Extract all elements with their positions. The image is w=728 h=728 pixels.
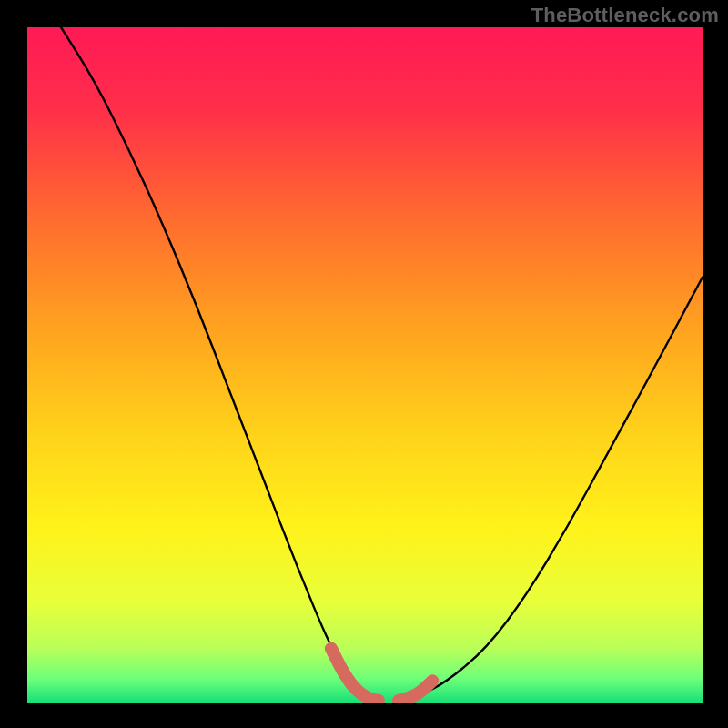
chart-frame: TheBottleneck.com — [0, 0, 728, 728]
plot-area — [27, 27, 703, 703]
bottleneck-chart — [27, 27, 703, 703]
gradient-background — [27, 27, 703, 703]
watermark-text: TheBottleneck.com — [531, 4, 719, 27]
